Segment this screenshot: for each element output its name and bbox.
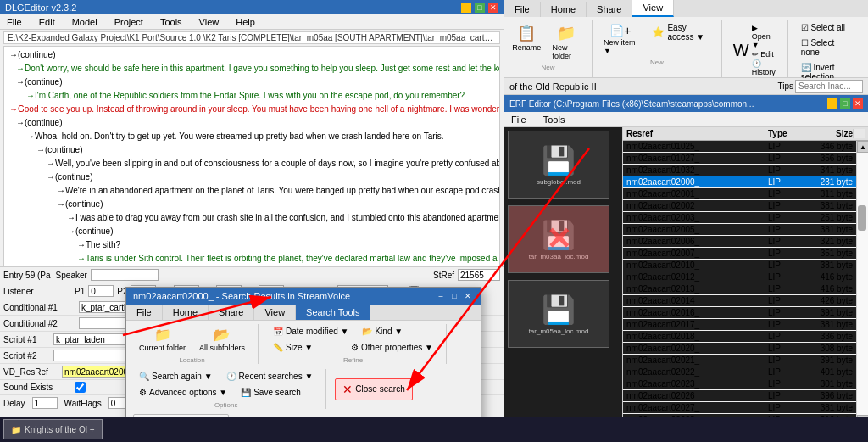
tree-item[interactable]: →(continue) [6,76,498,89]
tree-item[interactable]: →(continue) [6,225,498,238]
tree-item[interactable]: →(continue) [6,143,498,157]
erf-row[interactable]: nm02aacart02013_ LIP 416 byte [623,283,856,295]
erf-row[interactable]: nm02aacart02023_ LIP 301 byte [623,378,856,390]
tree-item[interactable]: →Whoa, hold on. Don't try to get up yet.… [6,130,498,143]
erf-minimize-btn[interactable]: – [827,98,837,109]
tree-item[interactable]: →(continue) [6,198,498,211]
tree-item[interactable]: →Good to see you up. Instead of throwing… [6,103,498,116]
easy-access-btn[interactable]: ⭐ Easy access ▼ [644,20,715,44]
erf-row[interactable]: nm02aacart02000_ LIP 231 byte [623,176,856,188]
rename-btn[interactable]: 📋 Rename [509,20,544,64]
tab-share-search[interactable]: Share [209,305,254,320]
erf-row[interactable]: nm02aacart02021_ LIP 391 byte [623,355,856,366]
erf-row[interactable]: nm02aacart02027_ LIP 381 byte [623,402,856,414]
delay-field[interactable] [32,397,58,409]
all-subfolders-btn[interactable]: 📂 All subfolders [193,324,251,355]
taskbar-knights-btn[interactable]: 📁 Knights of the Ol + [3,419,103,439]
p1-field[interactable] [88,285,114,297]
tree-item[interactable]: →We're in an abandoned apartment on the … [6,184,498,198]
erf-thumb-1[interactable]: 💾 subglobal.mod [508,131,609,199]
tree-item[interactable]: →I'm Carth, one of the Republic soldiers… [6,89,498,103]
erf-row[interactable]: nm02aacart02017_ LIP 381 byte [623,319,856,331]
erf-row[interactable]: nm02aacart02002_ LIP 381 byte [623,200,856,212]
tree-item[interactable]: →Taris is under Sith control. Their flee… [6,252,498,266]
tab-view-search[interactable]: View [254,305,296,320]
maximize-btn[interactable]: □ [475,3,485,13]
search-close-btn[interactable]: ✕ [462,290,474,302]
minimize-btn[interactable]: – [461,3,471,13]
select-all-btn[interactable]: ☑ Select all [793,20,863,35]
erf-row[interactable]: nm02aacart01027_ LIP 356 byte [623,153,856,165]
erf-row[interactable]: nm02aacart01025_ LIP 346 byte [623,141,856,153]
size-btn[interactable]: 📏 Size ▼ [267,340,343,355]
erf-row[interactable]: nm02aacart02026_ LIP 396 byte [623,390,856,402]
menu-model[interactable]: Model [69,16,101,28]
save-search-btn[interactable]: 💾 Save search [235,385,311,400]
tab-home-search[interactable]: Home [163,305,209,320]
erf-row[interactable]: nm02aacart02018_ LIP 336 byte [623,331,856,343]
recent-searches-btn[interactable]: 🕐 Recent searches ▼ [220,369,320,383]
open-label[interactable]: ▶ Open ▼ [752,24,776,49]
erf-thumb-3[interactable]: 💾 tar_m05aa_loc.mod [508,280,609,348]
erf-row[interactable]: nm02aacart02005_ LIP 381 byte [623,224,856,236]
erf-row[interactable]: nm02aacart02014_ LIP 426 byte [623,295,856,307]
tree-item[interactable]: →The sith? [6,238,498,252]
erf-row[interactable]: nm02aacart02016_ LIP 391 byte [623,307,856,319]
current-folder-btn[interactable]: 📁 Current folder [133,324,192,355]
tree-item[interactable]: →Don't worry, we should be safe here in … [6,62,498,76]
tree-item[interactable]: →I was able to drag you away from our cr… [6,211,498,225]
erf-menu-file[interactable]: File [508,114,530,126]
tab-file-search[interactable]: File [126,305,163,320]
properties-btn[interactable]: W ▶ Open ▼ ✏ Edit 🕐 History [727,20,782,80]
erf-row[interactable]: nm02aacart02003_ LIP 251 byte [623,212,856,224]
scroll-up-btn[interactable]: ▲ [857,141,868,153]
menu-view[interactable]: View [196,16,223,28]
erf-row[interactable]: nm02aacart02007_ LIP 351 byte [623,248,856,260]
erf-close-btn[interactable]: ✕ [853,98,863,109]
scroll-thumb[interactable] [858,205,866,231]
strref-field[interactable] [458,269,500,281]
sound-exists-checkbox[interactable] [75,382,86,393]
edit-label[interactable]: ✏ Edit [752,50,776,59]
menu-help[interactable]: Help [232,16,259,28]
erf-row[interactable]: nm02aacart02022_ LIP 401 byte [623,366,856,378]
erf-row[interactable]: nm02aacart01032_ LIP 341 byte [623,165,856,176]
tree-item[interactable]: →(continue) [6,48,498,62]
erf-menu-tools[interactable]: Tools [540,114,569,126]
tab-search-tools[interactable]: Search Tools [296,305,370,320]
erf-search-box[interactable] [795,80,863,93]
menu-edit[interactable]: Edit [36,16,58,28]
search-min-btn[interactable]: – [435,290,447,302]
select-none-btn[interactable]: ☐ Select none [793,36,863,59]
erf-row[interactable]: nm02aacart02020_ LIP 308 byte [623,343,856,355]
menu-file[interactable]: File [3,16,25,28]
close-search-btn[interactable]: ✕ Close search [335,378,412,400]
tab-share[interactable]: Share [587,2,632,17]
new-folder-btn[interactable]: 📁 New folder [547,20,587,64]
erf-thumb-2[interactable]: ✕ 💾 tar_m03aa_loc.mod [508,205,609,273]
search-again-btn[interactable]: 🔍 Search again ▼ [133,369,219,383]
date-modified-btn[interactable]: 📅 Date modified ▼ [267,324,354,338]
tree-item[interactable]: →(continue) [6,116,498,130]
search-max-btn[interactable]: □ [448,290,460,302]
other-props-btn[interactable]: ⚙ Other properties ▼ [345,340,439,355]
advanced-options-btn[interactable]: ⚙ Advanced options ▼ [133,385,233,400]
close-btn[interactable]: ✕ [488,3,498,13]
new-item-btn[interactable]: 📄+ New item ▼ [598,20,643,59]
speaker-field[interactable] [91,269,159,281]
tab-home[interactable]: Home [541,2,587,17]
menu-project[interactable]: Project [111,16,147,28]
erf-scrollbar[interactable]: ▲ ▼ [856,141,868,427]
kind-btn[interactable]: 📂 Kind ▼ [356,324,432,338]
menu-tools[interactable]: Tools [157,16,186,28]
erf-maximize-btn[interactable]: □ [840,98,850,109]
history-label[interactable]: 🕐 History [752,59,776,76]
erf-row[interactable]: nm02aacart02001_ LIP 311 byte [623,188,856,200]
erf-row[interactable]: nm02aacart02006_ LIP 321 byte [623,236,856,248]
erf-row[interactable]: nm02aacart02010_ LIP 381 byte [623,260,856,271]
tree-item[interactable]: →Well, you've been slipping in and out o… [6,157,498,171]
tree-item[interactable]: →(continue) [6,171,498,184]
tab-view[interactable]: View [632,0,674,17]
tab-file[interactable]: File [504,2,541,17]
erf-row[interactable]: nm02aacart02012_ LIP 416 byte [623,271,856,283]
